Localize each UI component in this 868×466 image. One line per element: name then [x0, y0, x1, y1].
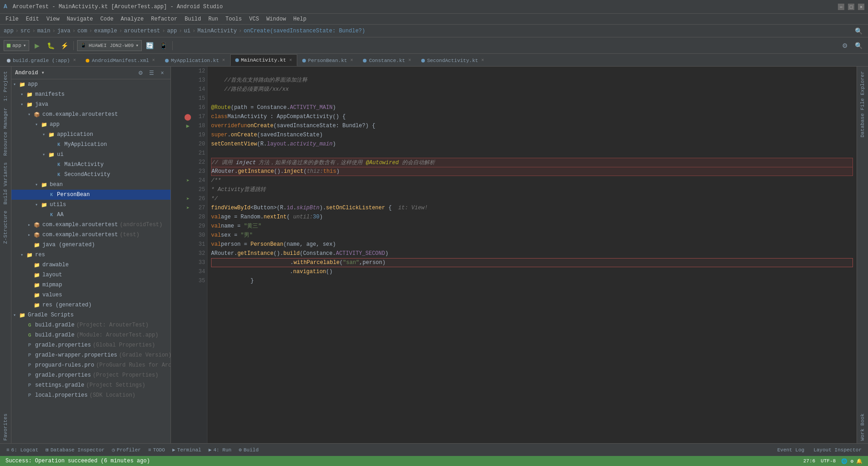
menu-item-tools[interactable]: Tools [222, 14, 246, 24]
search-btn[interactable]: 🔍 [852, 40, 864, 52]
tree-item-13[interactable]: KAA [11, 210, 170, 220]
tab-androidmanifest-xml[interactable]: AndroidManifest.xml× [81, 54, 160, 66]
breakpoint-icon[interactable]: ⬤ [184, 113, 191, 121]
menu-item-help[interactable]: Help [289, 14, 310, 24]
right-bottom-tab-1[interactable]: Layout Inspector [811, 446, 864, 454]
bottom-tab-4[interactable]: ▶Terminal [170, 446, 204, 454]
breadcrumb-item-3[interactable]: java [57, 28, 71, 34]
tab-secondactivity-kt[interactable]: SecondActivity.kt× [416, 54, 489, 66]
sync-btn[interactable]: 🔄 [144, 40, 155, 52]
bottom-tab-3[interactable]: ≡TODO [145, 446, 168, 454]
tree-item-17[interactable]: ▾📁res [11, 250, 170, 260]
tree-item-8[interactable]: KMainActivity [11, 160, 170, 170]
search-everywhere-btn[interactable]: 🔍 [852, 25, 864, 37]
panel-settings-btn[interactable]: ☰ [147, 68, 156, 78]
tree-item-18[interactable]: 📁drawable [11, 260, 170, 270]
tab-constance-kt[interactable]: Constance.kt× [358, 54, 416, 66]
breadcrumb-item-6[interactable]: aroutertest [124, 28, 160, 34]
menu-item-view[interactable]: View [43, 14, 63, 24]
tree-item-15[interactable]: ▸📦com.example.aroutertest (test) [11, 230, 170, 240]
tree-item-12[interactable]: ▾📁utils [11, 200, 170, 210]
tab-build-gradle---app-[interactable]: build.gradle (:app)× [2, 54, 81, 66]
tree-item-16[interactable]: 📁java (generated) [11, 240, 170, 250]
menu-item-refactor[interactable]: Refactor [147, 14, 181, 24]
tab-close-0[interactable]: × [73, 58, 76, 63]
tree-item-1[interactable]: ▾📁manifests [11, 89, 170, 99]
tree-item-2[interactable]: ▾📁java [11, 99, 170, 109]
tab-close-3[interactable]: × [289, 58, 292, 63]
bottom-tab-6[interactable]: ⚙Build [236, 446, 262, 454]
apply-changes-btn[interactable]: ⚡ [58, 40, 70, 52]
panel-close-btn[interactable]: × [158, 68, 167, 78]
tree-item-20[interactable]: 📁mipmap [11, 280, 170, 290]
tree-item-23[interactable]: ▾📁Gradle Scripts [11, 310, 170, 320]
breadcrumb-item-7[interactable]: app [167, 28, 177, 34]
minimize-button[interactable]: − [838, 4, 844, 10]
run-config-selector[interactable]: app ▾ [4, 40, 29, 51]
code-content[interactable]: //首先在支持路由的界面添加注释 //路径必须要两级/xx/xx @Route(… [207, 67, 857, 443]
breadcrumb-item-0[interactable]: app [4, 28, 14, 34]
tree-item-7[interactable]: ▾📁ui [11, 150, 170, 160]
breadcrumb-item-9[interactable]: MainActivity [197, 28, 237, 34]
menu-item-file[interactable]: File [2, 14, 22, 24]
tab-close-6[interactable]: × [481, 58, 484, 63]
tree-item-29[interactable]: Pgradle.properties (Project Properties) [11, 370, 170, 380]
breadcrumb-item-1[interactable]: src [21, 28, 31, 34]
avd-manager-btn[interactable]: 📱 [157, 40, 169, 52]
bottom-tab-0[interactable]: ≡6: Logcat [4, 446, 41, 454]
tree-item-10[interactable]: ▾📁bean [11, 180, 170, 190]
build-run-btn[interactable]: ▶ [31, 40, 43, 52]
tab-personbean-kt[interactable]: PersonBean.kt× [297, 54, 358, 66]
tree-item-4[interactable]: ▾📁app [11, 119, 170, 129]
tree-item-11[interactable]: KPersonBean [11, 190, 170, 200]
tree-item-28[interactable]: Pproguard-rules.pro (ProGuard Rules for … [11, 360, 170, 370]
sidebar-tab-project[interactable]: 1: Project [1, 68, 10, 104]
tree-item-22[interactable]: 📁res (generated) [11, 300, 170, 310]
menu-item-navigate[interactable]: Navigate [63, 14, 97, 24]
tab-close-4[interactable]: × [350, 58, 353, 63]
tab-close-2[interactable]: × [222, 58, 225, 63]
sidebar-tab-favorites[interactable]: Favorites [1, 411, 10, 443]
close-button[interactable]: × [858, 4, 864, 10]
sidebar-tab-structure[interactable]: Z-Structure [1, 208, 10, 247]
tree-item-6[interactable]: KMyApplication [11, 140, 170, 150]
tree-item-19[interactable]: 📁layout [11, 270, 170, 280]
sidebar-tab-db-explorer[interactable]: Database File Explorer [858, 68, 867, 140]
tree-item-9[interactable]: KSecondActivity [11, 170, 170, 180]
menu-item-window[interactable]: Window [263, 14, 289, 24]
tree-item-14[interactable]: ▸📦com.example.aroutertest (androidTest) [11, 220, 170, 230]
bottom-tab-2[interactable]: ◷Profiler [109, 446, 143, 454]
tree-item-3[interactable]: ▾📦com.example.aroutertest [11, 109, 170, 119]
tree-item-21[interactable]: 📁values [11, 290, 170, 300]
panel-sync-btn[interactable]: ⚙ [136, 68, 145, 78]
breadcrumb-item-2[interactable]: main [37, 28, 51, 34]
tree-item-27[interactable]: Pgradle-wrapper.properties (Gradle Versi… [11, 350, 170, 360]
maximize-button[interactable]: □ [848, 4, 854, 10]
tab-mainactivity-kt[interactable]: MainActivity.kt× [230, 54, 297, 66]
tree-item-26[interactable]: Pgradle.properties (Global Properties) [11, 340, 170, 350]
sidebar-tab-resource[interactable]: Resource Manager [1, 105, 10, 159]
debug-btn[interactable]: 🐛 [45, 40, 57, 52]
tab-close-1[interactable]: × [152, 58, 155, 63]
breadcrumb-item-4[interactable]: com [78, 28, 88, 34]
breadcrumb-item-5[interactable]: example [94, 28, 117, 34]
menu-item-vcs[interactable]: VCS [246, 14, 263, 24]
tree-item-5[interactable]: ▾📁application [11, 129, 170, 140]
menu-item-analyze[interactable]: Analyze [117, 14, 147, 24]
device-selector[interactable]: 📱 HUAWEI JDN2-W09 ▾ [77, 40, 142, 51]
sidebar-tab-build-variants[interactable]: Build Variants [1, 160, 10, 207]
breadcrumb-item-8[interactable]: ui [184, 28, 190, 34]
tree-item-31[interactable]: Plocal.properties (SDK Location) [11, 390, 170, 400]
menu-item-run[interactable]: Run [205, 14, 222, 24]
menu-item-edit[interactable]: Edit [22, 14, 43, 24]
settings-btn[interactable]: ⚙ [839, 40, 851, 52]
right-bottom-tab-0[interactable]: Event Log [775, 446, 807, 454]
tree-item-0[interactable]: ▾📁app [11, 79, 170, 89]
sidebar-tab-workbook[interactable]: Work Book [858, 411, 867, 443]
tab-myapplication-kt[interactable]: MyApplication.kt× [160, 54, 230, 66]
breadcrumb-item-10[interactable]: onCreate(savedInstanceState: Bundle?) [244, 28, 365, 34]
tab-close-5[interactable]: × [408, 58, 411, 63]
menu-item-build[interactable]: Build [181, 14, 205, 24]
bottom-tab-1[interactable]: ⊞Database Inspector [43, 446, 107, 454]
tree-item-25[interactable]: Gbuild.gradle (Module: ArouterTest.app) [11, 330, 170, 340]
